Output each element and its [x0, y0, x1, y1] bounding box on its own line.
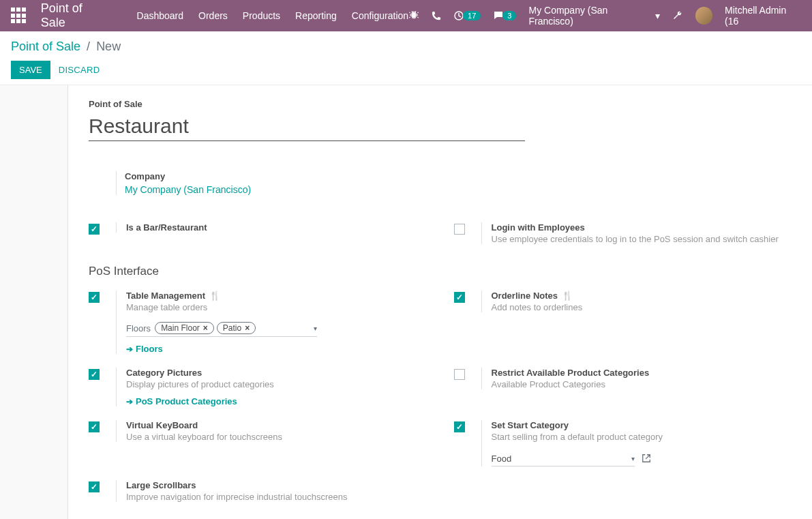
chevron-down-icon: ▾ — [631, 455, 635, 462]
cutlery-icon: 🍴 — [209, 291, 220, 301]
chat-icon[interactable]: 3 — [493, 10, 516, 21]
clock-badge: 17 — [463, 11, 481, 20]
floors-link[interactable]: ➔ Floors — [126, 344, 163, 354]
clock-icon[interactable]: 17 — [453, 10, 481, 21]
setting-virtual-keyboard: Virtual KeyBoard Use a virtual keyboard … — [89, 413, 427, 473]
setting-category-pictures: Category Pictures Display pictures of pr… — [89, 361, 427, 413]
nav-reporting[interactable]: Reporting — [295, 10, 337, 21]
cat-pictures-title: Category Pictures — [126, 368, 427, 378]
orderline-notes-title: Orderline Notes 🍴 — [492, 291, 792, 301]
start-cat-desc: Start selling from a default product cat… — [492, 432, 792, 442]
is-bar-title: Is a Bar/Restaurant — [126, 222, 427, 233]
company-field: Company My Company (San Francisco) — [116, 171, 792, 195]
start-category-select[interactable]: Food ▾ — [492, 451, 635, 466]
large-scroll-desc: Improve navigation for imprecise industr… — [126, 492, 427, 502]
tag-remove-icon[interactable]: × — [245, 323, 250, 333]
name-label: Point of Sale — [89, 99, 792, 109]
setting-orderline-notes: Orderline Notes 🍴 Add notes to orderline… — [454, 284, 792, 361]
floors-tags-input[interactable]: Floors Main Floor× Patio× ▾ — [126, 322, 317, 337]
breadcrumb-sep: / — [87, 40, 90, 53]
arrow-right-icon: ➔ — [126, 397, 133, 406]
checkbox-table-management[interactable] — [89, 292, 100, 303]
restrict-cat-title: Restrict Available Product Categories — [492, 368, 792, 378]
checkbox-orderline-notes[interactable] — [454, 292, 465, 303]
arrow-right-icon: ➔ — [126, 344, 133, 354]
table-mgmt-title: Table Management 🍴 — [126, 291, 427, 301]
form-sheet: Point of Sale Company My Company (San Fr… — [68, 85, 812, 519]
topbar: Point of Sale Dashboard Orders Products … — [0, 0, 812, 31]
breadcrumb-bar: Point of Sale / New SAVE DISCARD — [0, 31, 812, 85]
floors-label: Floors — [126, 323, 151, 333]
setting-login-employees: Login with Employees Use employee creden… — [454, 216, 792, 251]
action-bar: SAVE DISCARD — [11, 61, 801, 79]
chat-badge: 3 — [502, 11, 516, 20]
virtual-kb-desc: Use a virtual keyboard for touchscreens — [126, 432, 427, 442]
checkbox-restrict-categories[interactable] — [454, 369, 465, 380]
setting-large-scrollbars: Large Scrollbars Improve navigation for … — [89, 473, 427, 509]
start-cat-title: Set Start Category — [492, 420, 792, 430]
topbar-right: 17 3 My Company (San Francisco) ▾ Mitche… — [408, 5, 801, 27]
breadcrumb-root[interactable]: Point of Sale — [11, 40, 80, 53]
nav-menu: Dashboard Orders Products Reporting Conf… — [137, 10, 409, 21]
nav-orders[interactable]: Orders — [198, 10, 228, 21]
setting-start-category: Set Start Category Start selling from a … — [454, 413, 792, 473]
company-selector[interactable]: My Company (San Francisco) ▾ — [528, 5, 659, 27]
login-emp-title: Login with Employees — [492, 222, 792, 233]
setting-is-bar: Is a Bar/Restaurant — [89, 216, 427, 251]
avatar[interactable] — [695, 7, 712, 25]
save-button[interactable]: SAVE — [11, 61, 50, 79]
svg-point-0 — [412, 12, 416, 18]
company-label: Company — [125, 171, 792, 181]
orderline-notes-desc: Add notes to orderlines — [492, 302, 792, 312]
app-title: Point of Sale — [41, 1, 110, 30]
nav-configuration[interactable]: Configuration — [352, 10, 408, 21]
nav-dashboard[interactable]: Dashboard — [137, 10, 184, 21]
pos-categories-link[interactable]: ➔ PoS Product Categories — [126, 396, 237, 406]
apps-icon[interactable] — [11, 8, 27, 24]
wrench-icon[interactable] — [672, 10, 683, 21]
login-emp-desc: Use employee credentials to log in to th… — [492, 234, 792, 244]
user-name[interactable]: Mitchell Admin (16 — [725, 5, 801, 27]
tag-remove-icon[interactable]: × — [203, 323, 208, 333]
company-value[interactable]: My Company (San Francisco) — [125, 184, 792, 195]
name-input[interactable] — [89, 112, 525, 141]
table-mgmt-desc: Manage table orders — [126, 302, 427, 312]
phone-icon[interactable] — [432, 11, 441, 20]
setting-restrict-categories: Restrict Available Product Categories Av… — [454, 361, 792, 413]
bug-icon[interactable] — [408, 10, 419, 21]
chevron-down-icon[interactable]: ▾ — [314, 325, 317, 332]
checkbox-category-pictures[interactable] — [89, 369, 100, 380]
large-scroll-title: Large Scrollbars — [126, 480, 427, 490]
chevron-down-icon: ▾ — [655, 10, 660, 21]
nav-products[interactable]: Products — [243, 10, 280, 21]
checkbox-virtual-keyboard[interactable] — [89, 421, 100, 432]
tag-main-floor[interactable]: Main Floor× — [155, 322, 214, 334]
virtual-kb-title: Virtual KeyBoard — [126, 420, 427, 430]
checkbox-is-bar[interactable] — [89, 224, 100, 235]
checkbox-start-category[interactable] — [454, 421, 465, 432]
checkbox-login-employees[interactable] — [454, 224, 465, 235]
restrict-cat-desc: Available Product Categories — [492, 379, 792, 389]
section-pos-interface: PoS Interface — [89, 265, 792, 278]
cat-pictures-desc: Display pictures of product categories — [126, 379, 427, 389]
sheet-gutter — [0, 85, 68, 519]
breadcrumb-current: New — [96, 40, 121, 53]
cutlery-icon: 🍴 — [562, 291, 573, 301]
setting-table-management: Table Management 🍴 Manage table orders F… — [89, 284, 427, 361]
tag-patio[interactable]: Patio× — [217, 322, 256, 334]
discard-button[interactable]: DISCARD — [59, 65, 100, 75]
breadcrumb: Point of Sale / New — [11, 40, 801, 54]
checkbox-large-scrollbars[interactable] — [89, 481, 100, 492]
external-link-icon[interactable] — [642, 454, 651, 465]
